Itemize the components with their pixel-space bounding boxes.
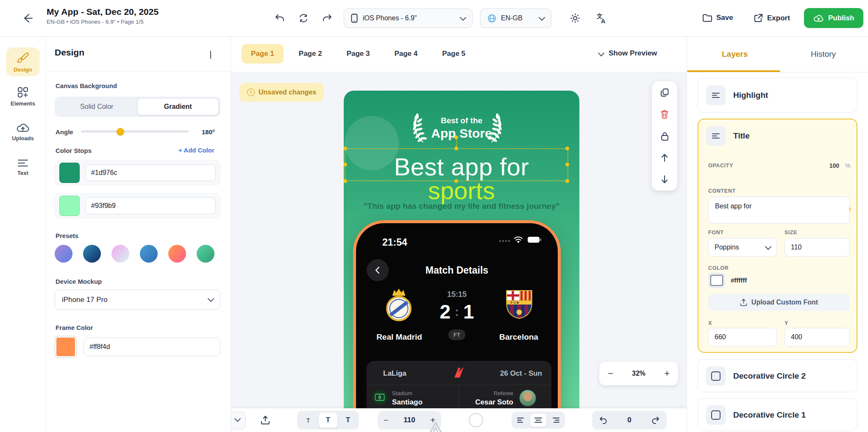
preset-gradient-4[interactable] — [140, 245, 158, 263]
preset-gradient-1[interactable] — [55, 245, 72, 263]
rail-item-design[interactable]: Design — [6, 47, 40, 76]
translate-button[interactable]: 文A — [596, 12, 608, 24]
tab-page-1[interactable]: Page 1 — [242, 44, 284, 64]
quote-layer[interactable]: "This app has changed my life and fitnes… — [344, 202, 579, 211]
x-input[interactable] — [708, 328, 777, 346]
chevron-down-icon — [539, 14, 545, 21]
zoom-in-button[interactable]: + — [664, 369, 670, 378]
layer-item-decorative-circle-2[interactable]: Decorative Circle 2 — [698, 359, 857, 392]
text-style-medium-button[interactable]: T — [318, 412, 338, 428]
publish-button[interactable]: Publish — [804, 8, 863, 28]
font-size-decrease-button[interactable]: − — [378, 416, 395, 424]
selection-handle[interactable] — [565, 163, 569, 166]
upload-custom-font-button[interactable]: Upload Custom Font — [708, 294, 850, 311]
frame-color-swatch[interactable] — [55, 336, 77, 358]
duplicate-button[interactable] — [660, 88, 669, 97]
lock-button[interactable] — [661, 132, 669, 141]
rail-item-elements[interactable]: Elements — [6, 86, 40, 107]
angle-slider-track[interactable] — [81, 130, 189, 133]
preset-gradient-6[interactable] — [197, 245, 214, 263]
copy-icon — [660, 88, 669, 97]
opacity-label: OPACITY — [708, 163, 733, 169]
frame-color-label: Frame Color — [56, 324, 93, 331]
back-button[interactable] — [22, 13, 33, 24]
color-stop-hex-input[interactable] — [85, 197, 216, 214]
laurel-badge[interactable]: Best of the App Store — [344, 111, 579, 141]
canvas-background-label: Canvas Background — [56, 82, 117, 89]
device-selector[interactable]: iOS Phones - 6.9" — [344, 8, 473, 28]
text-color-button[interactable] — [469, 413, 483, 427]
preset-gradient-3[interactable] — [111, 245, 129, 263]
tab-page-4[interactable]: Page 4 — [385, 44, 427, 64]
rotation-handle[interactable] — [454, 136, 458, 139]
align-right-button[interactable] — [548, 413, 564, 427]
align-center-button[interactable] — [530, 413, 547, 427]
y-input[interactable] — [785, 328, 850, 346]
move-layer-down-button[interactable] — [661, 175, 668, 184]
preset-gradient-5[interactable] — [168, 245, 186, 263]
undo-icon — [275, 13, 285, 23]
redo-button[interactable] — [322, 13, 332, 23]
rotation-control: 0 — [592, 411, 667, 429]
save-button[interactable]: Save — [702, 13, 733, 22]
tab-page-3[interactable]: Page 3 — [337, 44, 379, 64]
text-style-small-button[interactable]: T — [299, 413, 317, 428]
artboard[interactable]: Best of the App Store Best app for sport… — [344, 91, 579, 432]
add-color-button[interactable]: + Add Color — [178, 147, 214, 154]
delete-button[interactable] — [660, 110, 669, 119]
selection-handle[interactable] — [454, 179, 458, 183]
preset-gradient-2[interactable] — [83, 245, 101, 263]
rotate-ccw-button[interactable] — [599, 416, 607, 424]
layer-item-highlight[interactable]: Highlight — [698, 78, 857, 113]
tool-rail: Design Elements Uploads Text — [0, 36, 46, 432]
tab-layers[interactable]: Layers — [722, 36, 748, 72]
align-left-button[interactable] — [513, 413, 529, 427]
show-preview-button[interactable]: Show Preview — [599, 49, 657, 58]
angle-slider-knob[interactable] — [117, 128, 124, 136]
zoom-out-button[interactable]: − — [608, 369, 613, 378]
selection-handle[interactable] — [565, 179, 569, 183]
content-input[interactable]: Best app for — [708, 197, 850, 224]
export-button[interactable]: Export — [754, 13, 790, 23]
selection-handle[interactable] — [565, 147, 569, 150]
tab-gradient[interactable]: Gradient — [137, 98, 219, 115]
color-stop-hex-input[interactable] — [85, 164, 216, 181]
tab-page-2[interactable]: Page 2 — [289, 44, 331, 64]
size-input[interactable] — [785, 238, 850, 257]
rail-item-uploads[interactable]: Uploads — [6, 122, 40, 141]
undo-button[interactable] — [275, 13, 285, 23]
tab-page-5[interactable]: Page 5 — [433, 44, 475, 64]
rotate-cw-button[interactable] — [651, 416, 660, 424]
canvas-area: Page 1 Page 2 Page 3 Page 4 Page 5 Show … — [231, 36, 687, 432]
tab-solid-color[interactable]: Solid Color — [56, 98, 137, 115]
selection-marquee[interactable] — [345, 148, 568, 181]
upload-icon — [260, 415, 270, 425]
reset-button[interactable] — [298, 13, 309, 23]
color-stops-label: Color Stops — [56, 147, 92, 154]
color-stop-swatch[interactable] — [59, 163, 80, 183]
move-layer-up-button[interactable] — [661, 153, 668, 162]
upload-button[interactable] — [260, 415, 270, 425]
text-style-bold-button[interactable]: T — [339, 413, 357, 428]
device-mockup-select[interactable]: iPhone 17 Pro — [55, 290, 220, 310]
layer-item-decorative-circle-1[interactable]: Decorative Circle 1 — [698, 398, 857, 431]
text-color-swatch[interactable] — [708, 273, 725, 288]
laurel-badge-top-text: Best of the — [344, 116, 579, 125]
font-family-select-partial[interactable] — [231, 412, 246, 429]
shape-layer-icon — [706, 405, 726, 425]
selection-handle[interactable] — [454, 147, 458, 150]
font-select[interactable]: Poppins — [708, 238, 777, 257]
globe-icon — [487, 14, 496, 23]
frame-color-hex-input[interactable] — [83, 338, 220, 356]
rotate-ccw-icon — [599, 416, 607, 424]
divider — [46, 71, 231, 72]
language-selector[interactable]: EN-GB — [480, 8, 551, 28]
collapse-panel-button[interactable] — [210, 51, 211, 58]
layer-item-title[interactable]: Title OPACITY 100 % CONTENT Best app for… — [698, 119, 857, 353]
phone-mockup[interactable]: 21:54 Match Details — [353, 220, 561, 432]
upload-icon — [740, 299, 747, 306]
tab-history[interactable]: History — [811, 36, 836, 72]
rail-item-text[interactable]: Text — [6, 158, 40, 176]
color-stop-swatch[interactable] — [59, 196, 80, 216]
theme-toggle-button[interactable] — [570, 13, 580, 23]
